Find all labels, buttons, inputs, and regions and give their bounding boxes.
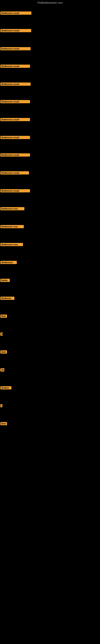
bottleneck-badge-15[interactable]: Bottleneck: [0, 261, 17, 264]
bottleneck-badge-14[interactable]: Bottleneck resu: [0, 243, 23, 246]
badge-row-20: Bott: [0, 350, 7, 354]
bottleneck-badge-11[interactable]: Bottleneck result: [0, 189, 30, 192]
badge-row-19: B: [0, 332, 3, 336]
bottleneck-badge-10[interactable]: Bottleneck result: [0, 171, 29, 174]
badge-row-12: Bottleneck resu: [0, 207, 24, 211]
bottleneck-badge-17[interactable]: Bottlenec: [0, 297, 14, 300]
bottleneck-badge-24[interactable]: Bott: [0, 422, 7, 425]
bottleneck-badge-1[interactable]: Bottleneck result: [0, 12, 31, 15]
bottleneck-badge-13[interactable]: Bottleneck resu: [0, 225, 24, 228]
bottleneck-badge-4[interactable]: Bottleneck result: [0, 64, 30, 68]
badge-row-11: Bottleneck result: [0, 189, 30, 193]
badge-row-7: Bottleneck result: [0, 118, 30, 122]
bottleneck-badge-16[interactable]: Bottle: [0, 279, 10, 282]
badge-row-15: Bottleneck: [0, 261, 17, 265]
badge-row-23: |: [0, 404, 2, 408]
badge-row-17: Bottlenec: [0, 297, 14, 301]
bottleneck-badge-7[interactable]: Bottleneck result: [0, 118, 30, 121]
bottleneck-badge-19[interactable]: B: [0, 332, 3, 336]
bottleneck-badge-5[interactable]: Bottleneck result: [0, 82, 31, 86]
bottleneck-badge-18[interactable]: Bott: [0, 314, 7, 318]
site-title: TheBottlenecker.com: [0, 0, 100, 5]
badge-row-2: Bottleneck result: [0, 29, 31, 33]
bottleneck-badge-22[interactable]: Bottlen: [0, 386, 11, 390]
badge-row-8: Bottleneck result: [0, 136, 30, 140]
badge-row-3: Bottleneck result: [0, 47, 31, 51]
bottleneck-badge-3[interactable]: Bottleneck result: [0, 47, 31, 50]
badge-row-4: Bottleneck result: [0, 64, 30, 69]
badge-row-13: Bottleneck resu: [0, 225, 24, 229]
badge-row-9: Bottleneck result: [0, 153, 30, 158]
badge-row-6: Bottleneck result: [0, 100, 30, 104]
bottleneck-badge-6[interactable]: Bottleneck result: [0, 100, 30, 103]
badge-row-5: Bottleneck result: [0, 82, 31, 86]
bottleneck-badge-9[interactable]: Bottleneck result: [0, 153, 30, 156]
badge-row-14: Bottleneck resu: [0, 243, 23, 247]
badge-row-21: Bo: [0, 368, 4, 372]
bottleneck-badge-23[interactable]: |: [0, 404, 2, 407]
badge-row-10: Bottleneck result: [0, 171, 29, 175]
bottleneck-badge-21[interactable]: Bo: [0, 368, 4, 372]
badge-row-24: Bott: [0, 422, 7, 426]
bottleneck-badge-8[interactable]: Bottleneck result: [0, 136, 30, 139]
badge-row-1: Bottleneck result: [0, 12, 31, 16]
badge-row-18: Bott: [0, 314, 7, 318]
badge-row-16: Bottle: [0, 279, 10, 283]
bottleneck-badge-2[interactable]: Bottleneck result: [0, 29, 31, 32]
badge-row-22: Bottlen: [0, 386, 11, 390]
bottleneck-badge-20[interactable]: Bott: [0, 350, 7, 354]
bottleneck-badge-12[interactable]: Bottleneck resu: [0, 207, 24, 210]
